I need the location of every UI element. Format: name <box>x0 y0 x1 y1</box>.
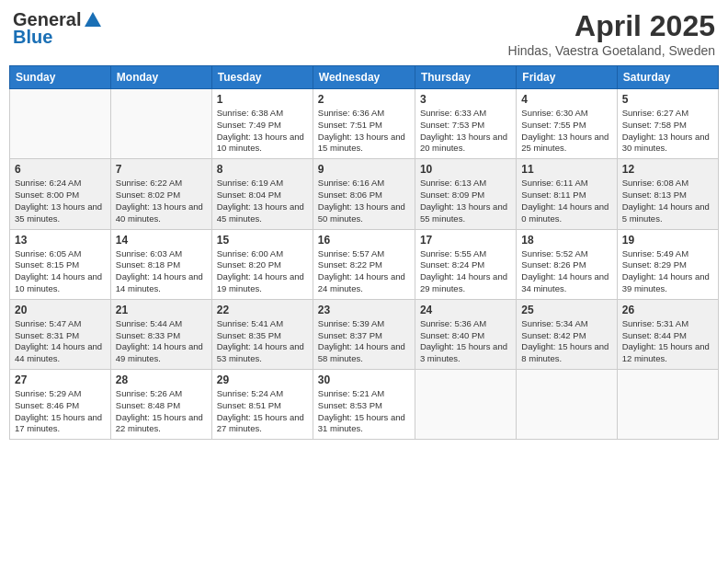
day-info: Sunrise: 6:16 AM Sunset: 8:06 PM Dayligh… <box>318 178 410 224</box>
day-number: 11 <box>521 163 611 176</box>
day-number: 28 <box>116 373 207 386</box>
calendar-location: Hindas, Vaestra Goetaland, Sweden <box>508 43 715 58</box>
header-sunday: Sunday <box>10 66 111 89</box>
day-info: Sunrise: 5:39 AM Sunset: 8:37 PM Dayligh… <box>318 318 410 365</box>
day-number: 27 <box>15 373 106 386</box>
calendar-title: April 2025 <box>508 9 715 43</box>
calendar-cell: 29Sunrise: 5:24 AM Sunset: 8:51 PM Dayli… <box>211 370 313 440</box>
calendar-cell: 24Sunrise: 5:36 AM Sunset: 8:40 PM Dayli… <box>415 299 516 369</box>
day-number: 16 <box>318 234 410 247</box>
calendar-cell: 13Sunrise: 6:05 AM Sunset: 8:15 PM Dayli… <box>10 229 111 299</box>
day-info: Sunrise: 6:08 AM Sunset: 8:13 PM Dayligh… <box>622 178 713 224</box>
calendar-cell: 5Sunrise: 6:27 AM Sunset: 7:58 PM Daylig… <box>617 89 718 159</box>
calendar-cell: 6Sunrise: 6:24 AM Sunset: 8:00 PM Daylig… <box>10 159 111 229</box>
calendar-cell <box>10 89 111 159</box>
day-number: 25 <box>521 304 611 316</box>
day-info: Sunrise: 6:22 AM Sunset: 8:02 PM Dayligh… <box>116 178 207 224</box>
day-info: Sunrise: 5:34 AM Sunset: 8:42 PM Dayligh… <box>521 318 611 365</box>
day-info: Sunrise: 5:57 AM Sunset: 8:22 PM Dayligh… <box>318 248 410 295</box>
calendar-cell: 12Sunrise: 6:08 AM Sunset: 8:13 PM Dayli… <box>617 159 718 229</box>
calendar-cell: 9Sunrise: 6:16 AM Sunset: 8:06 PM Daylig… <box>313 159 415 229</box>
calendar-week-row: 1Sunrise: 6:38 AM Sunset: 7:49 PM Daylig… <box>10 89 719 159</box>
day-info: Sunrise: 5:36 AM Sunset: 8:40 PM Dayligh… <box>420 318 511 365</box>
header-wednesday: Wednesday <box>313 66 415 89</box>
calendar-cell <box>110 89 211 159</box>
calendar-cell <box>415 370 516 440</box>
day-info: Sunrise: 6:03 AM Sunset: 8:18 PM Dayligh… <box>116 248 207 295</box>
logo: General Blue <box>13 9 103 48</box>
day-info: Sunrise: 5:26 AM Sunset: 8:48 PM Dayligh… <box>116 388 207 435</box>
day-info: Sunrise: 6:24 AM Sunset: 8:00 PM Dayligh… <box>15 178 106 224</box>
day-number: 1 <box>217 93 308 106</box>
calendar-cell: 8Sunrise: 6:19 AM Sunset: 8:04 PM Daylig… <box>211 159 313 229</box>
logo-blue-text: Blue <box>13 27 52 48</box>
day-info: Sunrise: 5:41 AM Sunset: 8:35 PM Dayligh… <box>217 318 308 365</box>
calendar-cell: 1Sunrise: 6:38 AM Sunset: 7:49 PM Daylig… <box>211 89 313 159</box>
day-info: Sunrise: 5:47 AM Sunset: 8:31 PM Dayligh… <box>15 318 106 365</box>
day-number: 12 <box>622 163 713 176</box>
day-info: Sunrise: 5:31 AM Sunset: 8:44 PM Dayligh… <box>622 318 713 365</box>
day-number: 14 <box>116 234 207 247</box>
header-thursday: Thursday <box>415 66 516 89</box>
calendar-cell: 18Sunrise: 5:52 AM Sunset: 8:26 PM Dayli… <box>517 229 617 299</box>
day-number: 29 <box>217 373 308 386</box>
calendar-table: Sunday Monday Tuesday Wednesday Thursday… <box>9 65 719 440</box>
day-number: 15 <box>217 234 308 247</box>
weekday-header-row: Sunday Monday Tuesday Wednesday Thursday… <box>10 66 719 89</box>
calendar-cell: 27Sunrise: 5:29 AM Sunset: 8:46 PM Dayli… <box>10 370 111 440</box>
calendar-cell: 22Sunrise: 5:41 AM Sunset: 8:35 PM Dayli… <box>211 299 313 369</box>
day-info: Sunrise: 6:05 AM Sunset: 8:15 PM Dayligh… <box>15 248 106 295</box>
calendar-cell: 26Sunrise: 5:31 AM Sunset: 8:44 PM Dayli… <box>617 299 718 369</box>
day-info: Sunrise: 5:21 AM Sunset: 8:53 PM Dayligh… <box>318 388 410 435</box>
calendar-cell: 23Sunrise: 5:39 AM Sunset: 8:37 PM Dayli… <box>313 299 415 369</box>
day-number: 10 <box>420 163 511 176</box>
calendar-cell: 19Sunrise: 5:49 AM Sunset: 8:29 PM Dayli… <box>617 229 718 299</box>
calendar-cell: 15Sunrise: 6:00 AM Sunset: 8:20 PM Dayli… <box>211 229 313 299</box>
calendar-cell: 20Sunrise: 5:47 AM Sunset: 8:31 PM Dayli… <box>10 299 111 369</box>
day-number: 3 <box>420 93 511 106</box>
logo-icon <box>83 10 103 30</box>
day-number: 23 <box>318 304 410 316</box>
day-info: Sunrise: 5:24 AM Sunset: 8:51 PM Dayligh… <box>217 388 308 435</box>
calendar-cell: 28Sunrise: 5:26 AM Sunset: 8:48 PM Dayli… <box>110 370 211 440</box>
day-info: Sunrise: 6:00 AM Sunset: 8:20 PM Dayligh… <box>217 248 308 295</box>
day-number: 21 <box>116 304 207 316</box>
day-number: 18 <box>521 234 611 247</box>
calendar-cell: 3Sunrise: 6:33 AM Sunset: 7:53 PM Daylig… <box>415 89 516 159</box>
day-info: Sunrise: 6:13 AM Sunset: 8:09 PM Dayligh… <box>420 178 511 224</box>
day-number: 26 <box>622 304 713 316</box>
calendar-cell: 2Sunrise: 6:36 AM Sunset: 7:51 PM Daylig… <box>313 89 415 159</box>
day-number: 6 <box>15 163 106 176</box>
calendar-cell: 21Sunrise: 5:44 AM Sunset: 8:33 PM Dayli… <box>110 299 211 369</box>
header-saturday: Saturday <box>617 66 718 89</box>
page-header: General Blue April 2025 Hindas, Vaestra … <box>9 9 719 58</box>
calendar-cell <box>617 370 718 440</box>
day-number: 8 <box>217 163 308 176</box>
day-info: Sunrise: 5:55 AM Sunset: 8:24 PM Dayligh… <box>420 248 511 295</box>
title-block: April 2025 Hindas, Vaestra Goetaland, Sw… <box>508 9 715 58</box>
day-number: 24 <box>420 304 511 316</box>
calendar-week-row: 20Sunrise: 5:47 AM Sunset: 8:31 PM Dayli… <box>10 299 719 369</box>
calendar-cell: 14Sunrise: 6:03 AM Sunset: 8:18 PM Dayli… <box>110 229 211 299</box>
day-info: Sunrise: 6:30 AM Sunset: 7:55 PM Dayligh… <box>521 108 611 155</box>
day-number: 2 <box>318 93 410 106</box>
calendar-cell <box>517 370 617 440</box>
calendar-cell: 11Sunrise: 6:11 AM Sunset: 8:11 PM Dayli… <box>517 159 617 229</box>
day-number: 7 <box>116 163 207 176</box>
header-monday: Monday <box>110 66 211 89</box>
day-number: 22 <box>217 304 308 316</box>
calendar-cell: 7Sunrise: 6:22 AM Sunset: 8:02 PM Daylig… <box>110 159 211 229</box>
calendar-cell: 16Sunrise: 5:57 AM Sunset: 8:22 PM Dayli… <box>313 229 415 299</box>
day-number: 19 <box>622 234 713 247</box>
day-number: 13 <box>15 234 106 247</box>
day-number: 17 <box>420 234 511 247</box>
calendar-cell: 30Sunrise: 5:21 AM Sunset: 8:53 PM Dayli… <box>313 370 415 440</box>
header-friday: Friday <box>517 66 617 89</box>
day-info: Sunrise: 6:33 AM Sunset: 7:53 PM Dayligh… <box>420 108 511 155</box>
day-number: 5 <box>622 93 713 106</box>
calendar-cell: 10Sunrise: 6:13 AM Sunset: 8:09 PM Dayli… <box>415 159 516 229</box>
calendar-cell: 17Sunrise: 5:55 AM Sunset: 8:24 PM Dayli… <box>415 229 516 299</box>
day-info: Sunrise: 6:11 AM Sunset: 8:11 PM Dayligh… <box>521 178 611 224</box>
day-info: Sunrise: 6:36 AM Sunset: 7:51 PM Dayligh… <box>318 108 410 155</box>
calendar-cell: 25Sunrise: 5:34 AM Sunset: 8:42 PM Dayli… <box>517 299 617 369</box>
